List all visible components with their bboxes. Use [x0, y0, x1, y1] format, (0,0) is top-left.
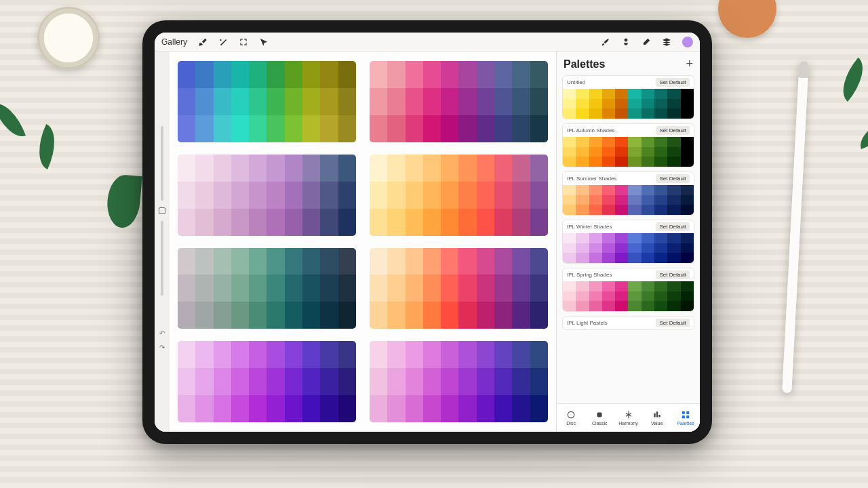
swatch[interactable] [589, 147, 602, 157]
swatch[interactable] [563, 253, 576, 263]
swatch[interactable] [458, 341, 476, 368]
swatch[interactable] [423, 368, 441, 395]
swatch[interactable] [681, 243, 694, 253]
swatch[interactable] [178, 61, 195, 88]
swatch[interactable] [602, 137, 615, 147]
swatch[interactable] [387, 395, 405, 422]
swatch[interactable] [576, 108, 589, 119]
tab-classic[interactable]: Classic [585, 404, 614, 432]
swatch[interactable] [320, 341, 338, 368]
swatch[interactable] [477, 88, 494, 115]
swatch[interactable] [615, 89, 628, 99]
swatch[interactable] [667, 281, 680, 291]
swatch[interactable] [231, 209, 249, 236]
swatch[interactable] [602, 157, 615, 167]
swatch[interactable] [576, 243, 589, 253]
set-default-button[interactable]: Set Default [656, 319, 690, 327]
swatch[interactable] [249, 248, 267, 275]
palette-card[interactable]: IPL Summer ShadesSet Default [562, 171, 694, 216]
swatch[interactable] [178, 248, 195, 275]
swatch[interactable] [302, 155, 320, 182]
swatch[interactable] [231, 182, 249, 209]
swatch[interactable] [370, 115, 387, 142]
swatch[interactable] [477, 182, 494, 209]
swatch[interactable] [195, 248, 213, 275]
swatch[interactable] [589, 205, 602, 215]
swatch[interactable] [576, 253, 589, 263]
swatch[interactable] [628, 281, 641, 291]
swatch[interactable] [576, 137, 589, 147]
swatch[interactable] [370, 302, 387, 329]
swatch[interactable] [589, 243, 602, 253]
selection-icon[interactable] [239, 37, 248, 47]
swatch[interactable] [681, 137, 694, 147]
palette-name[interactable]: IPL Autumn Shades [567, 127, 656, 134]
swatch[interactable] [642, 281, 654, 291]
swatch[interactable] [589, 195, 602, 205]
set-default-button[interactable]: Set Default [656, 222, 690, 231]
swatch[interactable] [615, 281, 628, 291]
palette-card[interactable]: IPL Spring ShadesSet Default [562, 268, 694, 312]
swatch[interactable] [563, 281, 576, 291]
swatch[interactable] [423, 209, 441, 236]
swatch[interactable] [458, 209, 476, 236]
swatch[interactable] [681, 205, 694, 215]
swatch[interactable] [267, 209, 284, 236]
swatch[interactable] [441, 395, 458, 422]
swatch[interactable] [387, 248, 405, 275]
swatch[interactable] [628, 243, 641, 253]
palette-name[interactable]: IPL Summer Shades [567, 176, 656, 182]
swatch[interactable] [602, 147, 615, 157]
swatch[interactable] [494, 88, 512, 115]
swatch[interactable] [602, 281, 615, 291]
swatch[interactable] [285, 155, 302, 182]
swatch[interactable] [667, 233, 680, 243]
swatch[interactable] [387, 209, 405, 236]
swatch[interactable] [214, 248, 231, 275]
swatch[interactable] [628, 291, 641, 302]
swatch[interactable] [302, 274, 320, 302]
swatch[interactable] [494, 274, 512, 302]
swatch[interactable] [370, 341, 387, 368]
swatch[interactable] [654, 291, 667, 302]
swatch[interactable] [589, 233, 602, 243]
swatch[interactable] [441, 274, 458, 302]
swatch[interactable] [642, 89, 654, 99]
swatch[interactable] [406, 155, 423, 182]
swatch[interactable] [320, 61, 338, 88]
swatch[interactable] [628, 185, 641, 195]
swatch[interactable] [214, 302, 231, 329]
swatch[interactable] [320, 302, 338, 329]
swatch[interactable] [563, 205, 576, 215]
swatch[interactable] [615, 195, 628, 205]
swatch[interactable] [576, 185, 589, 195]
swatch[interactable] [628, 108, 641, 119]
swatch[interactable] [423, 274, 441, 302]
swatch[interactable] [667, 137, 680, 147]
swatch[interactable] [512, 61, 530, 88]
swatch[interactable] [441, 61, 458, 88]
swatch[interactable] [458, 155, 476, 182]
swatch[interactable] [642, 243, 654, 253]
palette-card[interactable]: IPL Autumn ShadesSet Default [562, 123, 694, 167]
swatch[interactable] [512, 115, 530, 142]
swatch[interactable] [406, 248, 423, 275]
swatch[interactable] [654, 108, 667, 119]
swatch[interactable] [589, 281, 602, 291]
swatch[interactable] [214, 61, 231, 88]
swatch[interactable] [681, 281, 694, 291]
swatch[interactable] [231, 61, 249, 88]
swatch[interactable] [370, 61, 387, 88]
swatch[interactable] [195, 302, 213, 329]
swatch[interactable] [615, 137, 628, 147]
swatch[interactable] [477, 115, 494, 142]
swatch[interactable] [512, 395, 530, 422]
swatch[interactable] [406, 182, 423, 209]
swatch[interactable] [406, 115, 423, 142]
swatch[interactable] [406, 395, 423, 422]
swatch[interactable] [494, 341, 512, 368]
swatch[interactable] [338, 209, 356, 236]
swatch[interactable] [563, 243, 576, 253]
swatch[interactable] [338, 248, 356, 275]
swatch[interactable] [302, 209, 320, 236]
